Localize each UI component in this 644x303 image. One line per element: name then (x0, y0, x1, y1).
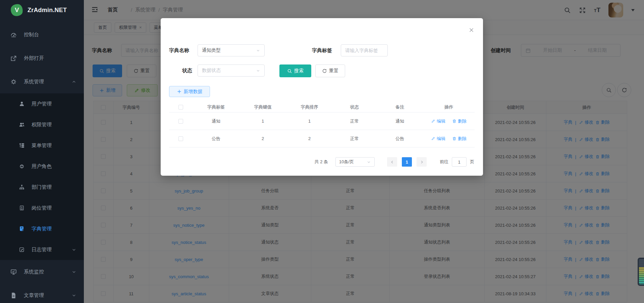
logo-icon: V (10, 3, 24, 17)
gear-icon (10, 78, 17, 85)
dict-label-cell: 通知 (193, 113, 239, 130)
select-placeholder: 数据状态 (202, 68, 221, 74)
dict-sort-cell: 2 (286, 130, 333, 147)
chevron-up-icon (71, 79, 76, 84)
sidebar-item-user-role[interactable]: 用户角色 (0, 156, 84, 177)
sidebar-item-dashboard[interactable]: 控制台 (0, 23, 84, 46)
tree-icon (19, 142, 25, 148)
dialog-delete-link[interactable]: 删除 (452, 118, 467, 124)
scroll-indicator-stripes (639, 259, 644, 284)
dict-sort-cell: 1 (286, 113, 333, 130)
sidebar-item-external-open[interactable]: 外部打开 (0, 46, 84, 70)
log-icon (19, 247, 25, 253)
scroll-indicator-widget[interactable] (638, 258, 644, 286)
document-icon (10, 292, 17, 299)
chevron-down-icon (256, 48, 260, 53)
sidebar-item-department-management[interactable]: 部门管理 (0, 177, 84, 198)
remark-cell: 通知 (376, 113, 423, 130)
dict-value-cell: 2 (239, 130, 286, 147)
app-title: ZrAdmin.NET (28, 7, 67, 14)
sidebar-item-user-management[interactable]: 用户管理 (0, 93, 84, 114)
dict-value-cell: 1 (239, 113, 286, 130)
sidebar-item-label: 用户角色 (32, 163, 52, 170)
dialog-add-data-label: 新增数据 (184, 89, 203, 95)
dialog-reset-button[interactable]: 重置 (315, 64, 345, 77)
dialog-row-checkbox[interactable] (178, 119, 183, 124)
header-status: 状态 (333, 102, 376, 112)
chevron-down-icon (256, 69, 260, 73)
sidebar-item-label: 日志管理 (32, 247, 52, 253)
pagination-page-1[interactable]: 1 (402, 157, 412, 167)
ops-cell: 编辑删除 (423, 130, 474, 147)
dialog-table-row: 通知 1 1 正常 通知 编辑删除 (169, 113, 475, 130)
badge-icon (19, 205, 25, 211)
dialog-dict-label-input[interactable] (341, 44, 388, 56)
header-dict-value: 字典键值 (239, 102, 286, 112)
user-icon (19, 101, 25, 107)
sidebar-submenu-system: 用户管理 权限管理 菜单管理 用户角色 部门管理 岗位管理 (0, 93, 84, 260)
sidebar-item-menu-management[interactable]: 菜单管理 (0, 135, 84, 156)
robot-icon (19, 163, 25, 169)
dialog-dict-data-table: 字典标签 字典键值 字典排序 状态 备注 操作 通知 1 1 正常 通知 编辑删… (169, 102, 475, 147)
dialog-close-icon[interactable] (469, 27, 474, 33)
sidebar-item-label: 文章管理 (24, 292, 44, 299)
status-cell: 正常 (333, 113, 376, 130)
sidebar-item-dict-management[interactable]: 字典管理 (0, 218, 84, 239)
pagination-prev-button[interactable] (387, 157, 397, 167)
gauge-icon (10, 31, 17, 38)
dialog-dict-name-select[interactable]: 通知类型 (198, 44, 265, 56)
sidebar-item-post-management[interactable]: 岗位管理 (0, 198, 84, 218)
dict-label-cell: 公告 (193, 130, 239, 147)
sidebar-item-log-management[interactable]: 日志管理 (0, 239, 84, 260)
header-ops: 操作 (423, 102, 474, 112)
users-icon (19, 122, 25, 128)
dialog-dict-name-label: 字典名称 (169, 44, 189, 56)
sidebar-item-label: 权限管理 (32, 122, 52, 128)
page-size-select[interactable]: 10条/页 (335, 157, 375, 167)
remark-cell: 公告 (376, 130, 423, 147)
sidebar-item-article-management[interactable]: 文章管理 (0, 284, 84, 303)
sidebar-item-label: 岗位管理 (32, 205, 52, 211)
dialog-edit-link[interactable]: 编辑 (431, 136, 445, 142)
dialog-pagination: 共 2 条 10条/页 1 前往 页 (315, 157, 474, 167)
sidebar-item-label: 系统监控 (24, 269, 44, 275)
dialog-edit-link[interactable]: 编辑 (431, 118, 445, 124)
dict-data-dialog: 字典名称 通知类型 字典标签 状态 数据状态 搜索 重置 新增数据 字典标签 字… (161, 18, 483, 176)
select-value: 通知类型 (202, 47, 221, 53)
sidebar-item-system-monitor[interactable]: 系统监控 (0, 260, 84, 284)
header-dict-label: 字典标签 (193, 102, 239, 112)
chevron-down-icon (71, 247, 76, 252)
sitemap-icon (19, 184, 25, 190)
sidebar-item-label: 系统管理 (24, 79, 44, 85)
sidebar-item-label: 字典管理 (32, 226, 52, 232)
sidebar-item-label: 控制台 (24, 32, 39, 38)
header-remark: 备注 (376, 102, 423, 112)
pagination-total: 共 2 条 (315, 159, 328, 165)
dialog-status-label: 状态 (169, 64, 192, 77)
sidebar: V ZrAdmin.NET 控制台 外部打开 系统管理 用户管理 权限管理 (0, 0, 84, 303)
app-logo: V ZrAdmin.NET (0, 0, 84, 20)
pagination-next-button[interactable] (417, 157, 427, 167)
chevron-down-icon (71, 269, 76, 274)
sidebar-item-label: 部门管理 (32, 184, 52, 190)
sidebar-item-label: 用户管理 (32, 101, 52, 107)
dialog-search-button[interactable]: 搜索 (279, 64, 311, 77)
dialog-dict-label-label: 字典标签 (312, 44, 332, 56)
sidebar-item-system-management[interactable]: 系统管理 (0, 70, 84, 93)
dialog-add-data-button[interactable]: 新增数据 (169, 86, 210, 97)
dialog-row-checkbox[interactable] (178, 136, 183, 141)
book-icon (19, 226, 25, 232)
sidebar-item-label: 菜单管理 (32, 142, 52, 149)
header-dict-sort: 字典排序 (286, 102, 333, 112)
dialog-table-row: 公告 2 2 正常 公告 编辑删除 (169, 130, 475, 147)
pagination-goto-input[interactable] (452, 157, 467, 167)
dialog-table-header: 字典标签 字典键值 字典排序 状态 备注 操作 (169, 102, 475, 113)
chevron-down-icon (71, 293, 76, 298)
dialog-select-all-checkbox[interactable] (178, 105, 183, 110)
pagination-goto-label: 前往 (440, 159, 448, 165)
sidebar-menu: 控制台 外部打开 系统管理 用户管理 权限管理 菜单管理 (0, 20, 84, 303)
dialog-status-select[interactable]: 数据状态 (198, 64, 265, 77)
dialog-delete-link[interactable]: 删除 (452, 136, 467, 142)
sidebar-item-permission-management[interactable]: 权限管理 (0, 114, 84, 135)
status-cell: 正常 (333, 130, 376, 147)
